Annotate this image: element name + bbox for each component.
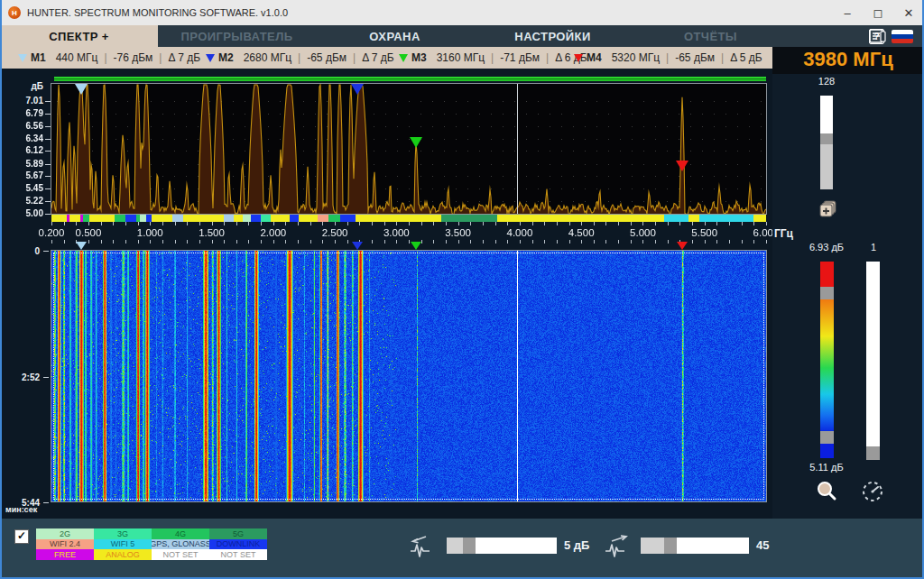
- legend-cell: DOWNLINK: [209, 539, 267, 550]
- legend-cell: 3G: [94, 528, 152, 539]
- waterfall-cursor-line[interactable]: [517, 251, 518, 501]
- x-tick-mark: [705, 222, 706, 225]
- x-tick-mark: [101, 222, 102, 225]
- x-tick-label: 4.500: [561, 227, 601, 238]
- spectrum-marker-m1[interactable]: [75, 84, 88, 95]
- avg-slider-value: 1: [833, 242, 914, 253]
- legend-cell: FREE: [36, 549, 94, 560]
- zoom-icon[interactable]: [814, 478, 839, 503]
- threshold-line[interactable]: [54, 77, 766, 81]
- legend-checkbox[interactable]: ✓: [14, 529, 29, 544]
- x-tick-label: 0.500: [69, 227, 108, 238]
- x-tick-mark: [224, 222, 225, 225]
- y-tick-mark: [45, 114, 51, 115]
- averaging-up-icon[interactable]: [603, 533, 632, 560]
- band-segment: [183, 215, 224, 222]
- avg-slider-handle[interactable]: [866, 446, 880, 460]
- minimize-button[interactable]: –: [832, 0, 863, 25]
- x-tick-mark: [175, 240, 176, 244]
- band-segment: [261, 215, 271, 222]
- band-segment: [328, 215, 339, 222]
- threshold-slider[interactable]: [447, 538, 557, 554]
- x-tick-mark: [692, 222, 693, 225]
- averaging-value: 45: [756, 538, 769, 552]
- spectrum-canvas[interactable]: [51, 84, 766, 214]
- band-segment: [51, 215, 67, 222]
- legend-cell: GPS, GLONASS: [152, 539, 209, 550]
- x-tick-mark: [716, 240, 717, 244]
- band-segment: [140, 215, 146, 222]
- y-tick-mark: [45, 151, 51, 152]
- x-tick-mark: [594, 240, 595, 244]
- x-tick-label: 4.000: [500, 227, 540, 238]
- language-flag-icon[interactable]: [892, 30, 913, 43]
- scale-slider[interactable]: [820, 96, 833, 189]
- x-tick-mark: [655, 222, 656, 225]
- x-tick-mark: [88, 222, 89, 225]
- x-tick-mark: [310, 240, 311, 244]
- frequency-readout-box: 3980 МГц: [772, 47, 924, 74]
- averaging-slider-handle[interactable]: [664, 538, 677, 554]
- maximize-button[interactable]: ◻: [863, 0, 893, 25]
- x-tick-mark: [458, 240, 459, 244]
- tab-guard[interactable]: ОХРАНА: [316, 25, 474, 47]
- threshold-value: 5 дБ: [564, 538, 589, 552]
- waterfall-plot[interactable]: [51, 250, 767, 502]
- x-tick-mark: [655, 240, 656, 244]
- marker-readout-m2: M22680 МГц|-65 дБм|Δ 7 дБ: [206, 47, 399, 69]
- x-tick-mark: [520, 240, 521, 244]
- waterfall-canvas[interactable]: [51, 251, 766, 501]
- spectrum-marker-m2[interactable]: [351, 84, 364, 95]
- bottom-bar: ✓ 2G3G4G5GWIFI 2.4WIFI 5GPS, GLONASSDOWN…: [0, 519, 924, 579]
- report-icon[interactable]: [869, 29, 886, 43]
- tab-settings[interactable]: НАСТРОЙКИ: [474, 25, 632, 47]
- palette-max-handle[interactable]: [820, 287, 834, 299]
- layers-add-icon[interactable]: [818, 198, 839, 220]
- x-tick-mark: [51, 222, 52, 225]
- x-tick-mark: [273, 222, 274, 225]
- tab-player[interactable]: ПРОИГРЫВАТЕЛЬ: [158, 25, 316, 47]
- band-segment: [152, 215, 172, 222]
- band-segment: [688, 215, 699, 222]
- waterfall-marker-m3[interactable]: [411, 242, 421, 250]
- band-segment: [497, 215, 663, 222]
- x-tick-mark: [581, 222, 582, 225]
- x-tick-label: 3.500: [439, 227, 478, 238]
- tab-spectrum[interactable]: СПЕКТР +: [0, 25, 158, 47]
- time-tick-mark: [43, 502, 49, 503]
- x-tick-mark: [322, 240, 323, 244]
- spectrum-marker-m3[interactable]: [410, 137, 422, 148]
- threshold-down-icon[interactable]: [408, 533, 437, 560]
- x-tick-mark: [64, 240, 65, 244]
- waterfall-marker-m2[interactable]: [352, 242, 363, 250]
- gauge-icon[interactable]: [859, 478, 886, 505]
- x-tick-mark: [212, 240, 213, 244]
- legend-cell: WIFI 2.4: [36, 539, 94, 550]
- waterfall-marker-m1[interactable]: [76, 242, 87, 250]
- spectrum-cursor-line[interactable]: [517, 84, 518, 214]
- x-tick-mark: [742, 222, 743, 225]
- threshold-slider-handle[interactable]: [463, 538, 476, 554]
- tab-reports[interactable]: ОТЧЁТЫ: [632, 25, 790, 47]
- close-button[interactable]: ✕: [893, 0, 924, 25]
- x-tick-mark: [101, 240, 102, 244]
- spectrum-marker-m4[interactable]: [676, 161, 688, 171]
- right-panel: 128 6.93 дБ 5.11 дБ 1: [772, 74, 924, 519]
- spectrum-plot[interactable]: [51, 83, 767, 215]
- y-tick-label: 7.01: [13, 96, 43, 106]
- x-tick-mark: [150, 222, 151, 225]
- x-tick-mark: [113, 240, 114, 244]
- avg-slider[interactable]: [866, 262, 880, 460]
- averaging-slider[interactable]: [641, 538, 749, 554]
- waterfall-marker-m4[interactable]: [677, 242, 688, 250]
- band-segment: [83, 215, 90, 222]
- y-axis-unit: дБ: [13, 81, 43, 91]
- x-tick-mark: [642, 222, 643, 225]
- scale-slider-handle[interactable]: [820, 133, 833, 144]
- palette-slider[interactable]: [820, 262, 834, 458]
- palette-min-handle[interactable]: [820, 431, 834, 444]
- x-tick-label: 2.000: [254, 227, 293, 238]
- y-tick-mark: [45, 101, 51, 102]
- x-tick-mark: [679, 222, 680, 225]
- x-tick-mark: [248, 240, 249, 244]
